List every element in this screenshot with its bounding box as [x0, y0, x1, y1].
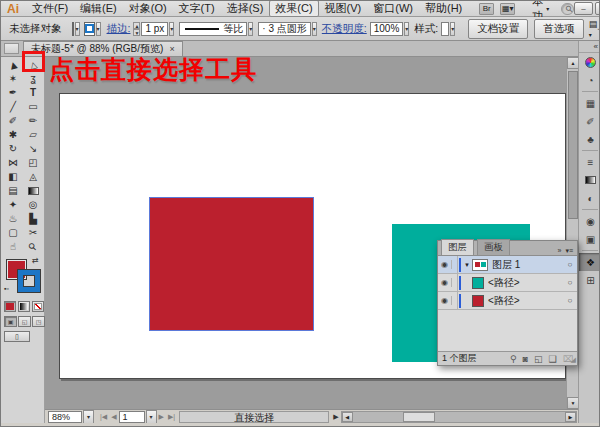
panel-color-guide[interactable]: ◔ — [579, 71, 600, 89]
last-artboard-icon[interactable]: ▶| — [166, 413, 177, 421]
layer-name[interactable]: <路径> — [488, 276, 563, 290]
panel-stroke[interactable]: ≡ — [579, 153, 600, 171]
menu-effect[interactable]: 效果(C) — [269, 0, 318, 17]
layer-name[interactable]: 图层 1 — [492, 258, 563, 272]
pen-tool[interactable]: ✒ — [3, 86, 23, 100]
free-transform-tool[interactable]: ◰ — [23, 156, 43, 170]
step-down-icon[interactable]: ▼ — [133, 29, 140, 36]
arrange-documents-button[interactable]: ▦ ▾ — [500, 3, 515, 15]
gradient-button[interactable] — [18, 301, 30, 312]
panel-artboards[interactable]: ⊞ — [579, 271, 600, 289]
panel-color[interactable] — [579, 53, 600, 71]
target-circle-icon[interactable]: ○ — [563, 278, 577, 287]
gradient-tool[interactable] — [23, 184, 43, 198]
panel-graphic-styles[interactable]: ▣ — [579, 230, 600, 248]
lock-column[interactable] — [452, 292, 458, 309]
slice-tool[interactable]: ✂ — [23, 226, 43, 240]
menu-view[interactable]: 视图(V) — [319, 1, 368, 16]
width-tool[interactable]: ⋈ — [3, 156, 23, 170]
stroke-color-swatch[interactable] — [84, 22, 95, 36]
eyedropper-tool[interactable]: ✦ — [3, 198, 23, 212]
screen-mode-button[interactable]: ▯ — [4, 331, 30, 342]
target-circle-icon[interactable]: ○ — [563, 296, 577, 305]
stroke-weight-input[interactable]: 1 px — [141, 22, 168, 36]
opacity-panel-link[interactable]: 不透明度: — [322, 22, 367, 36]
symbol-sprayer-tool[interactable]: ♨ — [3, 212, 23, 226]
opacity-dropdown[interactable]: ▾ — [404, 22, 409, 36]
type-tool[interactable]: T — [23, 86, 43, 100]
stroke-color-dropdown[interactable]: ▾ — [96, 22, 101, 36]
none-button[interactable] — [32, 301, 44, 312]
paintbrush-tool[interactable]: ✐ — [3, 114, 23, 128]
fill-color-swatch[interactable] — [72, 22, 74, 36]
step-up-icon[interactable]: ▲ — [133, 22, 140, 29]
vertical-scroll-thumb[interactable] — [568, 71, 578, 219]
layer-row-layer1[interactable]: ◉ ▼ 图层 1 ○ — [438, 256, 577, 274]
target-circle-icon[interactable]: ○ — [563, 260, 577, 269]
clipping-mask-icon[interactable]: ◙ — [523, 354, 528, 364]
blob-brush-tool[interactable]: ✱ — [3, 128, 23, 142]
rotate-tool[interactable]: ↻ — [3, 142, 23, 156]
menu-object[interactable]: 对象(O) — [123, 1, 173, 16]
menu-help[interactable]: 帮助(H) — [419, 1, 468, 16]
layer-row-teal-path[interactable]: ◉ <路径> ○ — [438, 274, 577, 292]
artboard-dropdown[interactable]: ▾ — [146, 410, 157, 424]
expand-triangle-icon[interactable]: ▼ — [462, 262, 472, 268]
panel-gradient[interactable] — [579, 171, 600, 189]
default-fill-stroke-icon[interactable]: ▪▫ — [4, 285, 9, 292]
rectangle-tool[interactable]: ▭ — [23, 100, 43, 114]
fill-color-dropdown[interactable]: ▾ — [75, 22, 80, 36]
lock-column[interactable] — [452, 274, 458, 291]
first-artboard-icon[interactable]: |◀ — [98, 413, 109, 421]
panel-resize-grip[interactable]: ◢ — [571, 356, 576, 364]
draw-behind-button[interactable]: ◱ — [18, 316, 31, 327]
lasso-tool[interactable]: ʓ — [23, 72, 43, 86]
document-setup-button[interactable]: 文档设置 — [468, 19, 528, 39]
perspective-grid-tool[interactable]: ◬ — [23, 170, 43, 184]
tab-layers[interactable]: 图层 — [441, 239, 474, 255]
stroke-swatch[interactable] — [18, 270, 40, 292]
lock-column[interactable] — [452, 256, 458, 273]
menu-file[interactable]: 文件(F) — [26, 1, 74, 16]
panel-symbols[interactable]: ♣ — [579, 130, 600, 148]
visibility-eye-icon[interactable]: ◉ — [438, 296, 452, 305]
previous-artboard-icon[interactable]: ◀ — [109, 413, 118, 421]
scroll-right-button[interactable]: ▶ — [565, 412, 576, 422]
menu-type[interactable]: 文字(T) — [173, 1, 221, 16]
brush-definition-dropdown[interactable]: ▾ — [312, 22, 317, 36]
style-select[interactable] — [441, 22, 449, 36]
panel-appearance[interactable]: ◉ — [579, 212, 600, 230]
expand-panels-button[interactable]: « — [579, 41, 600, 53]
hand-tool[interactable]: ☝ — [3, 240, 23, 254]
menu-select[interactable]: 选择(S) — [221, 1, 270, 16]
stroke-panel-link[interactable]: 描边: — [107, 22, 131, 36]
zoom-level-dropdown[interactable]: ▾ — [83, 410, 94, 424]
visibility-eye-icon[interactable]: ◉ — [438, 278, 452, 287]
mesh-tool[interactable]: ▤ — [3, 184, 23, 198]
stroke-weight-stepper[interactable]: ▲ ▼ — [133, 22, 140, 36]
zoom-level-input[interactable]: 88% — [48, 411, 82, 423]
layer-name[interactable]: <路径> — [488, 294, 563, 308]
restore-button[interactable]: ❐ — [595, 2, 600, 15]
blend-tool[interactable]: ◎ — [23, 198, 43, 212]
menu-edit[interactable]: 编辑(E) — [74, 1, 123, 16]
panel-brushes[interactable]: ✐ — [579, 112, 600, 130]
bridge-button[interactable]: Br — [479, 3, 494, 15]
collapse-panel-icon[interactable]: » — [557, 247, 561, 255]
color-button[interactable] — [4, 301, 16, 312]
pencil-tool[interactable]: ✏ — [23, 114, 43, 128]
column-graph-tool[interactable]: ▙ — [23, 212, 43, 226]
menu-window[interactable]: 窗口(W) — [367, 1, 419, 16]
align-options-icon[interactable]: ▤ ▾ — [589, 19, 598, 39]
new-layer-icon[interactable]: ❑ — [549, 354, 557, 364]
panel-swatches[interactable]: ▦ — [579, 94, 600, 112]
brush-definition-select[interactable]: · 3 点圆形 — [258, 22, 310, 36]
width-profile-dropdown[interactable]: ▾ — [248, 22, 253, 36]
new-sublayer-icon[interactable]: ◱ — [534, 354, 543, 364]
opacity-input[interactable]: 100% — [370, 22, 404, 36]
layer-row-red-path[interactable]: ◉ <路径> ○ — [438, 292, 577, 310]
panel-transparency[interactable]: ◐ — [579, 189, 600, 207]
draw-inside-button[interactable]: ◳ — [32, 316, 45, 327]
tools-panel-header[interactable] — [4, 43, 19, 54]
horizontal-scroll-thumb[interactable] — [403, 412, 435, 422]
